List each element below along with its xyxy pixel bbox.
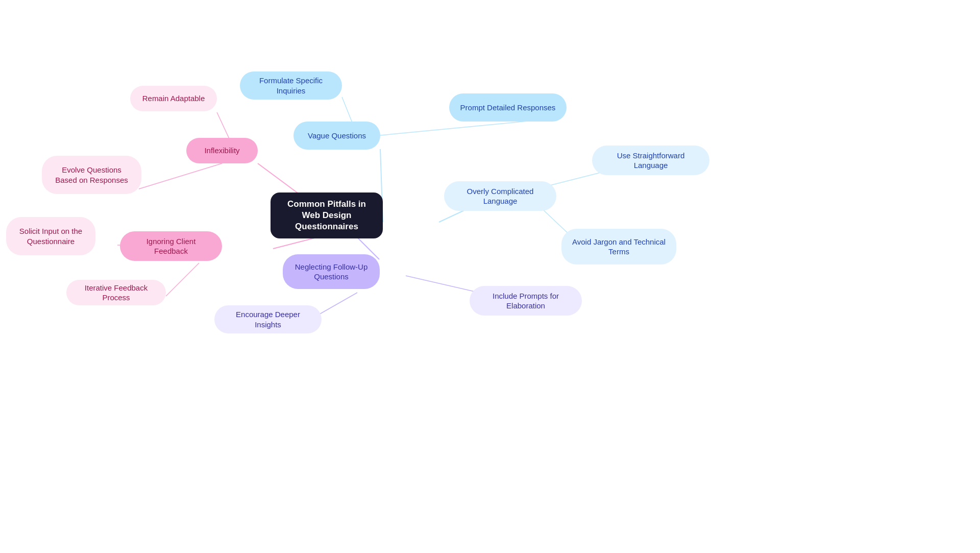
svg-line-5 bbox=[139, 163, 222, 189]
node-ignoring-feedback: Ignoring Client Feedback bbox=[120, 231, 222, 261]
svg-line-2 bbox=[380, 121, 528, 135]
node-prompt-detailed: Prompt Detailed Responses bbox=[449, 93, 567, 122]
node-overly-complicated: Overly Complicated Language bbox=[444, 181, 556, 211]
node-avoid-jargon: Avoid Jargon and Technical Terms bbox=[561, 229, 676, 265]
node-solicit-input: Solicit Input on the Questionnaire bbox=[6, 217, 95, 255]
svg-line-8 bbox=[166, 263, 199, 296]
center-node: Common Pitfalls in Web Design Questionna… bbox=[271, 193, 383, 238]
node-vague-questions: Vague Questions bbox=[293, 122, 380, 150]
node-inflexibility: Inflexibility bbox=[186, 138, 258, 163]
node-evolve-questions: Evolve Questions Based on Responses bbox=[42, 156, 141, 194]
node-formulate-specific: Formulate Specific Inquiries bbox=[240, 71, 342, 100]
node-neglecting-followup: Neglecting Follow-Up Questions bbox=[283, 254, 380, 289]
node-remain-adaptable: Remain Adaptable bbox=[130, 86, 217, 111]
node-use-straightforward: Use Straightforward Language bbox=[592, 146, 709, 175]
node-iterative-feedback: Iterative Feedback Process bbox=[66, 280, 166, 305]
node-encourage-deeper: Encourage Deeper Insights bbox=[214, 305, 322, 333]
node-include-prompts: Include Prompts for Elaboration bbox=[470, 286, 582, 316]
